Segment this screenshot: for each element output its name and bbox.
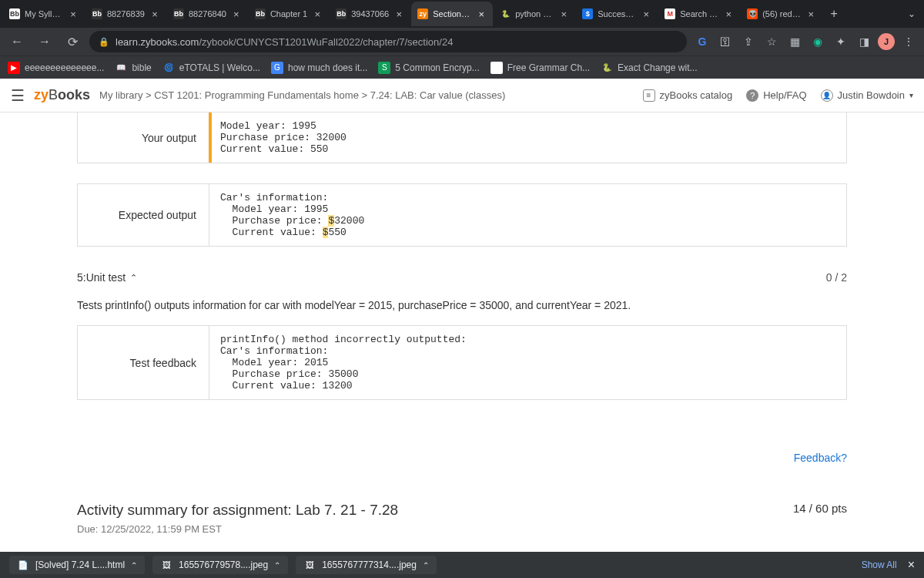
bookmark-item[interactable]: Ghow much does it... <box>271 62 367 74</box>
back-button[interactable]: ← <box>6 31 28 52</box>
close-icon[interactable]: × <box>723 8 734 19</box>
browser-tab[interactable]: BbChapter 1× <box>249 2 329 26</box>
download-item[interactable]: 🖼165576779578....jpeg⌃ <box>152 556 288 574</box>
file-icon: 🖼 <box>160 559 172 571</box>
chevron-up-icon[interactable]: ⌃ <box>131 561 137 570</box>
browser-tab[interactable]: MSearch resu× <box>658 2 740 26</box>
show-all-link[interactable]: Show All <box>862 560 897 570</box>
close-icon[interactable]: × <box>68 8 79 19</box>
new-tab-button[interactable]: + <box>823 3 845 25</box>
bookmark-icon: G <box>271 62 283 74</box>
tab-favicon: Bb <box>92 8 102 19</box>
browser-tab[interactable]: BbMy Syllabus× <box>3 2 85 26</box>
close-icon[interactable]: × <box>908 558 915 572</box>
user-menu[interactable]: 👤 Justin Bowdoin ▾ <box>821 89 913 102</box>
bookmark-label: bible <box>132 62 151 73</box>
chevron-up-icon[interactable]: ⌃ <box>423 561 429 570</box>
bookmark-item[interactable]: 📖bible <box>115 62 151 74</box>
expected-output: Car's information: Model year: 1995 Purc… <box>209 184 846 246</box>
close-icon[interactable]: × <box>558 8 569 19</box>
close-icon[interactable]: × <box>641 8 651 19</box>
share-icon[interactable]: ⇪ <box>739 32 758 51</box>
tab-favicon: Bb <box>9 8 20 19</box>
close-icon[interactable]: × <box>231 8 242 19</box>
menu-button[interactable]: ☰ <box>11 86 25 105</box>
activity-summary: 14 / 60 pts Activity summary for assignm… <box>77 480 847 543</box>
download-filename: [Solved] 7.24 L....html <box>35 560 125 570</box>
extensions-icon[interactable]: ✦ <box>832 32 850 51</box>
expected-output-block: Expected output Car's information: Model… <box>77 183 847 247</box>
browser-tab[interactable]: 🐍python - cs× <box>494 2 575 26</box>
key-icon[interactable]: ⚿ <box>716 32 735 51</box>
app-header: ☰ zyBooks My library > CST 1201: Program… <box>0 79 924 113</box>
bookmark-label: Exact Change wit... <box>618 62 697 73</box>
download-filename: 1655767777314....jpeg <box>322 560 417 570</box>
close-icon[interactable]: × <box>393 8 404 19</box>
bookmark-label: Free Grammar Ch... <box>507 62 590 73</box>
browser-tab[interactable]: Bb39437066× <box>330 2 410 26</box>
tab-strip: BbMy Syllabus×Bb88276839×Bb88276840×BbCh… <box>0 0 924 28</box>
nav-bar: ← → ⟳ 🔒 learn.zybooks.com/zybook/CUNYCST… <box>0 28 924 55</box>
browser-tab[interactable]: $Success Cc× <box>576 2 658 26</box>
user-icon: 👤 <box>821 89 833 102</box>
close-icon[interactable]: × <box>476 8 487 19</box>
bookmark-label: 5 Common Encryp... <box>395 62 479 73</box>
tab-label: (56) reddit. <box>762 9 801 18</box>
browser-tab[interactable]: Bb88276840× <box>167 2 248 26</box>
zybooks-logo[interactable]: zyBooks <box>34 87 90 103</box>
downloads-bar: 📄[Solved] 7.24 L....html⌃🖼165576779578..… <box>0 552 924 578</box>
tab-favicon: Bb <box>173 8 184 19</box>
file-icon: 📄 <box>17 559 29 571</box>
breadcrumb[interactable]: My library > CST 1201: Programming Funda… <box>99 89 505 101</box>
reload-button[interactable]: ⟳ <box>62 31 83 52</box>
browser-tab[interactable]: 👽(56) reddit.× <box>741 2 822 26</box>
test-feedback-output: printInfo() method incorrectly outputted… <box>209 326 846 399</box>
catalog-link[interactable]: ≡ zyBooks catalog <box>643 89 733 102</box>
your-output-label: Your output <box>78 113 209 163</box>
download-item[interactable]: 🖼1655767777314....jpeg⌃ <box>296 556 437 574</box>
tab-label: My Syllabus <box>25 9 63 18</box>
browser-tab[interactable]: Bb88276839× <box>85 2 166 26</box>
bookmark-item[interactable]: 🐍Exact Change wit... <box>601 62 697 74</box>
unit-test-section: 5:Unit test ⌃ 0 / 2 Tests printInfo() ou… <box>77 267 847 435</box>
ext1-icon[interactable]: ▦ <box>785 32 804 51</box>
grammarly-icon[interactable]: ◉ <box>808 32 827 51</box>
bookmark-icon: 🌀 <box>162 62 175 74</box>
forward-button[interactable]: → <box>34 31 55 52</box>
google-icon[interactable]: G <box>693 32 711 51</box>
tab-label: Search resu <box>680 9 718 18</box>
bookmark-item[interactable]: 🌀eTOTALS | Welco... <box>162 62 260 74</box>
bookmark-icon: S <box>378 62 390 74</box>
address-bar[interactable]: 🔒 learn.zybooks.com/zybook/CUNYCST1201Wu… <box>89 31 687 52</box>
test-toggle[interactable]: 5:Unit test ⌃ <box>77 271 137 284</box>
tab-label: python - cs <box>515 9 554 18</box>
bookmark-item[interactable]: S5 Common Encryp... <box>378 62 479 74</box>
bookmark-icon: ▶ <box>8 62 20 74</box>
tab-overflow-icon[interactable]: ⌄ <box>902 8 921 19</box>
main-content: Your output Model year: 1995 Purchase pr… <box>0 113 924 552</box>
help-link[interactable]: ? Help/FAQ <box>746 89 806 102</box>
profile-avatar[interactable]: J <box>878 33 895 50</box>
tab-favicon: zy <box>417 8 428 19</box>
feedback-section: Feedback? <box>77 435 847 480</box>
tab-favicon: 🐍 <box>500 8 511 19</box>
tab-favicon: Bb <box>255 8 266 19</box>
sidepanel-icon[interactable]: ◨ <box>855 32 873 51</box>
download-item[interactable]: 📄[Solved] 7.24 L....html⌃ <box>9 556 145 574</box>
chevron-up-icon[interactable]: ⌃ <box>274 561 280 570</box>
bookmark-label: how much does it... <box>288 62 367 73</box>
menu-icon[interactable]: ⋮ <box>899 32 918 51</box>
bookmark-item[interactable]: ▶eeeeeeeeeeeeee... <box>8 62 104 74</box>
catalog-icon: ≡ <box>643 89 655 102</box>
close-icon[interactable]: × <box>149 8 160 19</box>
tab-label: 39437066 <box>351 9 389 18</box>
close-icon[interactable]: × <box>312 8 323 19</box>
tab-label: 88276839 <box>107 9 145 18</box>
your-output: Model year: 1995 Purchase price: 32000 C… <box>209 113 846 163</box>
star-icon[interactable]: ☆ <box>762 32 781 51</box>
close-icon[interactable]: × <box>805 8 816 19</box>
feedback-link[interactable]: Feedback? <box>794 452 847 464</box>
tab-favicon: M <box>665 8 675 19</box>
browser-tab[interactable]: zySection 7.24× <box>411 2 493 26</box>
bookmark-item[interactable]: WFree Grammar Ch... <box>490 62 590 74</box>
